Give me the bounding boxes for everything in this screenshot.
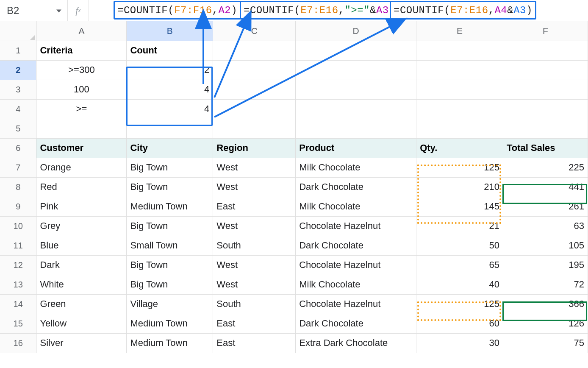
cell[interactable]: White: [36, 275, 127, 294]
table-header[interactable]: City: [127, 138, 213, 158]
cell[interactable]: [213, 119, 296, 138]
cell[interactable]: Dark Chocolate: [296, 314, 416, 333]
cell[interactable]: Milk Chocolate: [296, 158, 416, 177]
cell[interactable]: 21: [416, 216, 503, 236]
col-header-C[interactable]: C: [213, 21, 296, 41]
table-header[interactable]: Region: [213, 138, 296, 158]
cell[interactable]: Dark Chocolate: [296, 177, 416, 197]
col-header-E[interactable]: E: [416, 21, 503, 41]
cell[interactable]: Chocolate Hazelnut: [296, 294, 416, 314]
cell[interactable]: 100: [36, 80, 127, 99]
cell[interactable]: East: [213, 197, 296, 216]
cell[interactable]: [296, 99, 416, 119]
cell[interactable]: 60: [416, 314, 503, 333]
cell[interactable]: West: [213, 216, 296, 236]
cell[interactable]: [503, 60, 588, 80]
cell[interactable]: 30: [416, 333, 503, 353]
cell[interactable]: Big Town: [127, 275, 213, 294]
row-header[interactable]: 6: [0, 138, 36, 158]
cell[interactable]: Medium Town: [127, 314, 213, 333]
cell[interactable]: 72: [503, 275, 588, 294]
cell[interactable]: 125: [416, 294, 503, 314]
formula-input[interactable]: =COUNTIF(F7:F16,A2) =COUNTIF(E7:E16,">="…: [89, 0, 588, 21]
cell[interactable]: Pink: [36, 197, 127, 216]
cell[interactable]: West: [213, 255, 296, 275]
cell[interactable]: [503, 99, 588, 119]
row-header[interactable]: 3: [0, 80, 36, 99]
cell[interactable]: >=: [36, 99, 127, 119]
row-header[interactable]: 2: [0, 60, 36, 80]
cell[interactable]: East: [213, 333, 296, 353]
cell[interactable]: 261: [503, 197, 588, 216]
cell[interactable]: [503, 119, 588, 138]
cell[interactable]: [36, 119, 127, 138]
cell[interactable]: 441: [503, 177, 588, 197]
cell[interactable]: [416, 99, 503, 119]
cell[interactable]: Big Town: [127, 158, 213, 177]
table-header[interactable]: Total Sales: [503, 138, 588, 158]
cell[interactable]: [213, 99, 296, 119]
cell-B3[interactable]: 4: [127, 80, 213, 99]
cell[interactable]: Medium Town: [127, 333, 213, 353]
row-header[interactable]: 4: [0, 99, 36, 119]
cell-B2[interactable]: 2: [127, 60, 213, 80]
cell[interactable]: Dark Chocolate: [296, 236, 416, 255]
cell[interactable]: [296, 119, 416, 138]
cell[interactable]: Silver: [36, 333, 127, 353]
cell[interactable]: [296, 80, 416, 99]
cell[interactable]: [416, 41, 503, 60]
cell[interactable]: 366: [503, 294, 588, 314]
cell[interactable]: Small Town: [127, 236, 213, 255]
col-header-A[interactable]: A: [36, 21, 127, 41]
table-header[interactable]: Product: [296, 138, 416, 158]
cell[interactable]: West: [213, 158, 296, 177]
cell[interactable]: Chocolate Hazelnut: [296, 255, 416, 275]
row-header[interactable]: 7: [0, 158, 36, 177]
cell[interactable]: [503, 80, 588, 99]
cell[interactable]: South: [213, 294, 296, 314]
name-box[interactable]: B2: [0, 0, 68, 21]
col-header-B[interactable]: B: [127, 21, 213, 41]
table-header[interactable]: Customer: [36, 138, 127, 158]
cell[interactable]: 75: [503, 333, 588, 353]
row-header[interactable]: 11: [0, 236, 36, 255]
cell[interactable]: >=300: [36, 60, 127, 80]
cell[interactable]: 225: [503, 158, 588, 177]
cell-B4[interactable]: 4: [127, 99, 213, 119]
cell[interactable]: Big Town: [127, 216, 213, 236]
cell[interactable]: [213, 60, 296, 80]
cell[interactable]: West: [213, 275, 296, 294]
cell[interactable]: [213, 80, 296, 99]
col-header-F[interactable]: F: [503, 21, 588, 41]
cell[interactable]: East: [213, 314, 296, 333]
cell[interactable]: 210: [416, 177, 503, 197]
row-header[interactable]: 5: [0, 119, 36, 138]
cell[interactable]: [416, 60, 503, 80]
cell[interactable]: 63: [503, 216, 588, 236]
cell[interactable]: Milk Chocolate: [296, 197, 416, 216]
cell[interactable]: 145: [416, 197, 503, 216]
row-header[interactable]: 16: [0, 333, 36, 353]
cell[interactable]: Grey: [36, 216, 127, 236]
cell[interactable]: Criteria: [36, 41, 127, 60]
cell[interactable]: 65: [416, 255, 503, 275]
cell[interactable]: 105: [503, 236, 588, 255]
row-header[interactable]: 1: [0, 41, 36, 60]
row-header[interactable]: 9: [0, 197, 36, 216]
row-header[interactable]: 8: [0, 177, 36, 197]
cell[interactable]: [416, 80, 503, 99]
cell[interactable]: Big Town: [127, 177, 213, 197]
cell[interactable]: 125: [416, 158, 503, 177]
cell[interactable]: West: [213, 177, 296, 197]
row-header[interactable]: 15: [0, 314, 36, 333]
cell[interactable]: Orange: [36, 158, 127, 177]
cell[interactable]: [213, 41, 296, 60]
table-header[interactable]: Qty.: [416, 138, 503, 158]
cell[interactable]: Dark: [36, 255, 127, 275]
select-all-corner[interactable]: [0, 21, 36, 41]
cell[interactable]: [296, 60, 416, 80]
cell[interactable]: Yellow: [36, 314, 127, 333]
cell[interactable]: [127, 119, 213, 138]
row-header[interactable]: 13: [0, 275, 36, 294]
cell[interactable]: Milk Chocolate: [296, 275, 416, 294]
